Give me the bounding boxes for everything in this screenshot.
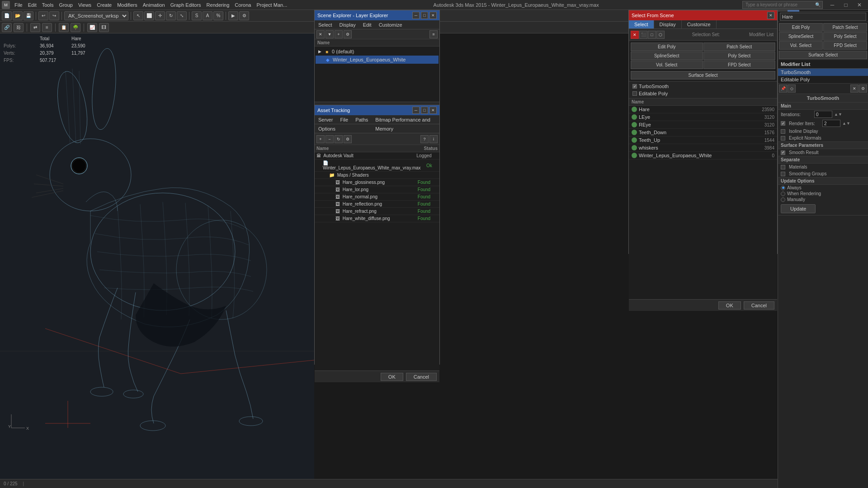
right-mod-btn-spline-select[interactable]: SplineSelect: [779, 32, 823, 41]
toolbar-undo[interactable]: ↩: [38, 11, 48, 20]
at-close[interactable]: ✕: [429, 107, 437, 114]
asset-row[interactable]: 🖼 Hare_white_diffuse.png Found: [315, 215, 439, 222]
maximize-button[interactable]: □: [839, 0, 853, 9]
asset-row[interactable]: 🖼 Hare_lor.png Found: [315, 186, 439, 193]
toolbar-scene-explorer[interactable]: 🌳: [71, 23, 80, 32]
at-tool-info[interactable]: i: [429, 135, 438, 143]
asset-row[interactable]: 🖼 Hare_glossiness.png Found: [315, 179, 439, 186]
asset-row[interactable]: 🖼 Hare_refract.png Found: [315, 208, 439, 215]
close-button[interactable]: ✕: [853, 0, 866, 9]
se-menu-customize[interactable]: Customize: [375, 20, 406, 29]
smoothing-groups-check[interactable]: [781, 172, 785, 176]
sfs-tab-select[interactable]: Select: [629, 20, 654, 28]
render-iters-input[interactable]: [822, 120, 840, 127]
stack-configure[interactable]: ⚙: [859, 84, 867, 93]
toolbar-render[interactable]: ▶: [228, 11, 238, 20]
at-tool-reload[interactable]: ↻: [335, 135, 343, 143]
se-menu-select[interactable]: Select: [315, 20, 336, 29]
scene-dropdown[interactable]: AK_Screenshot_wrksp: [64, 11, 128, 20]
toolbar-snap[interactable]: S: [192, 11, 202, 20]
at-tool-add[interactable]: +: [316, 135, 325, 143]
toolbar-dope-sheet[interactable]: 🎞: [99, 23, 109, 32]
asset-row[interactable]: 📄 Winter_Lepus_Europaeus_White_max_vray.…: [315, 160, 439, 172]
toolbar-redo[interactable]: ↪: [49, 11, 59, 20]
toolbar-rotate[interactable]: ↻: [166, 11, 176, 20]
scene-explorer-close[interactable]: ✕: [429, 12, 437, 19]
tree-expand-default[interactable]: ▶: [317, 49, 322, 54]
mod-btn-edit-poly[interactable]: Edit Poly: [631, 42, 703, 51]
stack-unique[interactable]: ◇: [788, 84, 796, 93]
sfs-ok-button[interactable]: OK: [718, 301, 741, 310]
right-mod-btn-vol-select[interactable]: Vol. Select: [779, 41, 823, 50]
mod-btn-poly-select[interactable]: Poly Select: [703, 52, 776, 60]
menu-create[interactable]: Create: [94, 0, 114, 10]
manually-radio[interactable]: [781, 197, 785, 202]
at-menu-bitmap[interactable]: Bitmap Performance and Memory: [372, 115, 439, 124]
object-name-field[interactable]: [778, 12, 868, 22]
at-cancel-button[interactable]: Cancel: [406, 373, 437, 381]
stack-remove[interactable]: ✕: [850, 84, 859, 93]
search-input[interactable]: [743, 2, 815, 7]
menu-modifiers[interactable]: Modifiers: [114, 0, 140, 10]
iterations-spinner[interactable]: ▲▼: [834, 112, 842, 117]
menu-edit[interactable]: Edit: [25, 0, 39, 10]
menu-views[interactable]: Views: [75, 0, 94, 10]
se-tool-config[interactable]: ⚙: [344, 30, 352, 38]
toolbar-render-setup[interactable]: ⚙: [239, 11, 249, 20]
toolbar-angle-snap[interactable]: A: [203, 11, 212, 20]
toolbar-pct-snap[interactable]: %: [213, 11, 223, 20]
sfs-obj-row[interactable]: Winter_Lepus_Europaeus_White 0: [629, 152, 777, 160]
toolbar-curve-editor[interactable]: 📈: [87, 23, 97, 32]
mod-btn-fpd-select[interactable]: FPD Select: [703, 61, 776, 69]
minimize-button[interactable]: ─: [826, 0, 839, 9]
menu-rendering[interactable]: Rendering: [204, 0, 232, 10]
se-tool-filter[interactable]: ▼: [326, 30, 334, 38]
at-minimize[interactable]: ─: [412, 107, 420, 114]
se-tool-x[interactable]: ✕: [316, 30, 325, 38]
update-button[interactable]: Update: [781, 204, 816, 213]
stack-item-turbosmooth[interactable]: TurboSmooth: [778, 69, 868, 76]
isoline-check[interactable]: [781, 129, 785, 134]
scene-tree[interactable]: ▶ ■ 0 (default) ◆ Winter_Lepus_Europaeus…: [315, 47, 439, 102]
menu-corona[interactable]: Corona: [232, 0, 254, 10]
sfs-obj-row[interactable]: REye 3120: [629, 121, 777, 129]
se-tool-add[interactable]: +: [335, 30, 343, 38]
mod-list-editable-poly[interactable]: Editable Poly: [630, 90, 776, 97]
sfs-object-list[interactable]: Hare 23590 LEye 3120 REye 3120 Teeth_D: [629, 106, 777, 299]
sfs-cancel-button[interactable]: Cancel: [744, 301, 774, 310]
stack-pin[interactable]: 📌: [779, 84, 787, 93]
sfs-obj-row[interactable]: Hare 23590: [629, 106, 777, 113]
object-name-input[interactable]: [780, 13, 866, 21]
mod-check-turbosmooth[interactable]: ✓: [632, 84, 637, 89]
at-menu-server[interactable]: Server: [315, 115, 336, 124]
explicit-normals-check[interactable]: [781, 136, 785, 141]
menu-project[interactable]: Project Man...: [254, 0, 290, 10]
toolbar-select-region[interactable]: ⬜: [144, 11, 154, 20]
toolbar-open[interactable]: 📂: [13, 11, 23, 20]
se-tool-options[interactable]: ≡: [429, 30, 438, 38]
at-menu-file[interactable]: File: [336, 115, 352, 124]
mod-btn-surface-select[interactable]: Surface Select: [631, 71, 775, 80]
sfs-tool-all[interactable]: ⬛: [639, 31, 647, 39]
render-iters-check[interactable]: ✓: [781, 121, 785, 126]
sfs-obj-row[interactable]: whiskers 3984: [629, 144, 777, 152]
right-mod-btn-poly-select[interactable]: Poly Select: [823, 32, 867, 41]
toolbar-select[interactable]: ↖: [133, 11, 143, 20]
asset-row[interactable]: 🖼 Hare_normal.png Found: [315, 193, 439, 201]
mod-list-turbosimooth[interactable]: ✓ TurboSmooth: [630, 83, 776, 90]
toolbar-layers[interactable]: 📋: [59, 23, 69, 32]
toolbar-unlink[interactable]: ⛓: [14, 23, 24, 32]
menu-animation[interactable]: Animation: [140, 0, 168, 10]
mod-check-editable-poly[interactable]: [632, 91, 637, 96]
menu-group[interactable]: Group: [56, 0, 75, 10]
render-iters-spinner[interactable]: ▲▼: [842, 121, 850, 126]
toolbar-new[interactable]: 📄: [2, 11, 12, 20]
sfs-obj-row[interactable]: Teeth_Up 1544: [629, 136, 777, 144]
at-ok-button[interactable]: OK: [381, 373, 403, 381]
mod-btn-spline-select[interactable]: SplineSelect: [631, 52, 703, 60]
right-mod-btn-fpd-select[interactable]: FPD Select: [823, 41, 867, 50]
sfs-tool-x[interactable]: ✕: [631, 31, 639, 39]
toolbar-save[interactable]: 💾: [24, 11, 33, 20]
asset-row[interactable]: 🖼 Hare_reflection.png Found: [315, 201, 439, 208]
right-mod-btn-edit-poly[interactable]: Edit Poly: [779, 23, 823, 32]
